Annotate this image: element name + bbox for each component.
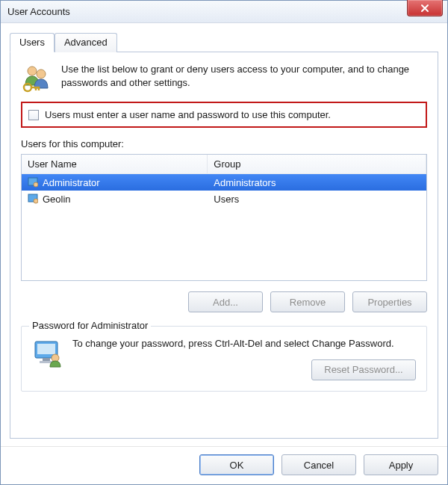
user-icon: [28, 177, 38, 188]
table-row[interactable]: Administrator Administrators: [22, 174, 426, 191]
tab-panel-users: Use the list below to grant or deny user…: [10, 52, 438, 439]
listview-body: Administrator Administrators Geol: [22, 174, 426, 280]
require-login-checkbox[interactable]: [28, 110, 39, 120]
monitor-user-icon: [32, 337, 63, 368]
require-login-row: Users must enter a user name and passwor…: [21, 102, 427, 128]
intro-text: Use the list below to grant or deny user…: [61, 63, 427, 89]
user-accounts-window: User Accounts Users Advanced: [0, 0, 448, 485]
require-login-label: Users must enter a user name and passwor…: [45, 109, 331, 120]
tab-users-label: Users: [19, 37, 45, 48]
column-header-username[interactable]: User Name: [22, 155, 208, 173]
close-button[interactable]: [407, 0, 443, 16]
cancel-label: Cancel: [304, 460, 334, 471]
svg-point-0: [28, 67, 37, 75]
apply-label: Apply: [389, 460, 414, 471]
tab-advanced-label: Advanced: [64, 37, 108, 48]
remove-button-label: Remove: [290, 297, 326, 308]
reset-password-button[interactable]: Reset Password...: [311, 359, 416, 380]
svg-point-4: [34, 182, 38, 187]
user-icon: [28, 194, 38, 204]
cancel-button[interactable]: Cancel: [281, 454, 356, 475]
users-list-label: Users for this computer:: [21, 138, 427, 149]
password-groupbox: Password for Administrator To change you…: [21, 326, 427, 392]
client-area: Users Advanced Use the list below to gra…: [1, 23, 447, 446]
add-button-label: Add...: [213, 297, 238, 308]
users-keys-icon: [21, 63, 52, 94]
dialog-buttons: OK Cancel Apply: [1, 446, 447, 484]
add-button[interactable]: Add...: [188, 291, 263, 312]
window-title: User Accounts: [7, 6, 70, 17]
svg-point-1: [37, 69, 46, 78]
column-header-group[interactable]: Group: [208, 155, 426, 173]
cell-group: Administrators: [214, 177, 276, 188]
cell-username: Administrator: [43, 177, 100, 188]
svg-rect-8: [37, 344, 55, 354]
apply-button[interactable]: Apply: [364, 454, 438, 475]
titlebar: User Accounts: [1, 1, 447, 23]
users-listview[interactable]: User Name Group Administrator: [21, 154, 427, 281]
list-buttons-row: Add... Remove Properties: [21, 291, 427, 312]
tab-advanced[interactable]: Advanced: [55, 33, 117, 52]
svg-point-6: [34, 199, 38, 203]
password-instruction-text: To change your password, press Ctrl-Alt-…: [72, 337, 416, 350]
cell-username: Geolin: [43, 194, 71, 205]
intro-row: Use the list below to grant or deny user…: [21, 63, 427, 94]
properties-button[interactable]: Properties: [352, 291, 427, 312]
properties-button-label: Properties: [367, 297, 411, 308]
tabstrip: Users Advanced: [10, 32, 438, 52]
ok-label: OK: [230, 460, 244, 471]
listview-header: User Name Group: [22, 155, 426, 174]
tab-users[interactable]: Users: [10, 33, 55, 52]
close-icon: [420, 4, 429, 13]
ok-button[interactable]: OK: [199, 454, 274, 475]
table-row[interactable]: Geolin Users: [22, 191, 426, 207]
reset-password-label: Reset Password...: [324, 364, 403, 375]
svg-rect-9: [43, 358, 50, 361]
password-groupbox-legend: Password for Administrator: [29, 320, 151, 331]
remove-button[interactable]: Remove: [270, 291, 345, 312]
cell-group: Users: [214, 194, 239, 205]
